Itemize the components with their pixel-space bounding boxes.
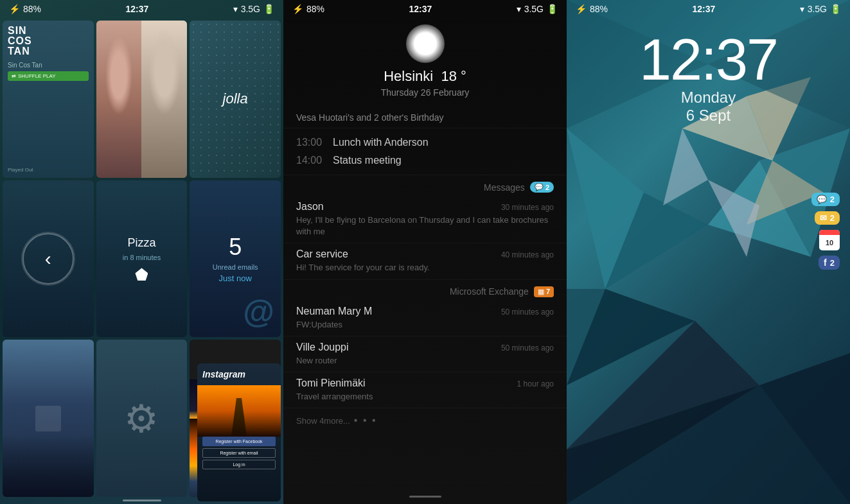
weather-icon	[406, 24, 445, 63]
pizza-tile[interactable]: Pizza in 8 minutes	[96, 180, 188, 338]
panel-notifications: ⚡ 88% 12:37 ▾ 3.5G 🔋 Helsinki 18 ° Thurs…	[283, 0, 567, 504]
message-item-jason[interactable]: Jason 30 minutes ago Hey, I'll be flying…	[283, 196, 567, 243]
lock-time-display: 12:37 Monday 6 Sept	[567, 18, 850, 125]
calendar-count-lock: 10	[819, 235, 840, 250]
battery-full-icon-panel2: 🔋	[547, 4, 558, 14]
facebook-count-lock: 2	[830, 258, 835, 268]
exchange-time-jouppi: 50 minutes ago	[501, 343, 554, 352]
battery-icon-panel1: ⚡	[9, 4, 20, 14]
signal-icon-panel2: ▾	[517, 4, 521, 14]
exchange-item-neuman[interactable]: Neuman Mary M 50 minutes ago FW:Updates	[283, 300, 567, 336]
messages-label: Messages	[484, 182, 525, 193]
lock-facebook-icon: f 2	[811, 256, 840, 270]
lock-day: Monday	[567, 89, 850, 107]
lock-clock: 12:37	[567, 31, 850, 89]
exchange-sender-jouppi: Ville Jouppi	[296, 342, 349, 353]
exchange-sender-pienimaki: Tomi Pienimäki	[296, 378, 366, 389]
battery-full-icon-panel1: 🔋	[263, 4, 274, 14]
exchange-label: Microsoft Exchange	[450, 286, 529, 297]
unread-label: Unread emails	[213, 263, 258, 271]
calendar-event-2[interactable]: 14:00 Status meeting	[296, 152, 554, 169]
jolla-tile[interactable]: jolla	[190, 21, 281, 178]
event-time-2: 14:00	[296, 155, 325, 166]
clock-face: ‹	[22, 233, 74, 284]
birthday-notification: Vesa Huotari's and 2 other's Birthday	[283, 107, 567, 128]
pizza-label: Pizza	[127, 236, 155, 250]
contacts-tile[interactable]	[96, 21, 188, 178]
instagram-register-facebook-button[interactable]: Register with Facebook	[202, 437, 276, 446]
exchange-time-pienimaki: 1 hour ago	[517, 379, 554, 388]
event-time-1: 13:00	[296, 137, 325, 148]
message-time-jason: 30 minutes ago	[501, 203, 554, 212]
time-panel3: 12:37	[692, 4, 715, 14]
exchange-badge: ▦ 7	[534, 286, 554, 297]
signal-level-panel3: 3.5G	[808, 4, 827, 14]
pizza-time: in 8 minutes	[123, 254, 161, 261]
exchange-section-header: Microsoft Exchange ▦ 7	[283, 280, 567, 300]
email-time: Just now	[219, 274, 252, 283]
lock-messages-icon: 💬 2	[811, 193, 840, 206]
shuffle-icon: ⇄	[12, 73, 16, 79]
weather-text: Helsinki 18 °	[384, 68, 466, 85]
gallery-tile[interactable]	[3, 340, 94, 497]
lock-calendar-icon: 10	[811, 230, 840, 250]
gear-icon: ⚙	[124, 396, 159, 441]
instagram-tile[interactable]: Instagram Register with Facebook Registe…	[197, 363, 281, 501]
battery-level-panel1: 88%	[23, 4, 41, 14]
message-time-carservice: 40 minutes ago	[501, 250, 554, 259]
show-more-row[interactable]: Show 4more... • • •	[283, 408, 567, 433]
event-name-1: Lunch with Anderson	[333, 137, 429, 148]
show-more-dots: • • •	[354, 415, 377, 426]
music-brand: SINCOSTAN	[8, 26, 32, 56]
calendar-event-1[interactable]: 13:00 Lunch with Anderson	[296, 134, 554, 152]
messages-badge: 💬 2	[530, 182, 554, 193]
time-panel2: 12:37	[409, 4, 432, 14]
lock-date: 6 Sept	[567, 107, 850, 125]
settings-tile[interactable]: ⚙	[96, 340, 188, 497]
message-item-carservice[interactable]: Car service 40 minutes ago Hi! The servi…	[283, 243, 567, 279]
email-count-lock: 2	[830, 213, 835, 223]
email-badge-lock: ✉ 2	[815, 211, 840, 225]
exchange-preview-neuman: FW:Updates	[296, 319, 554, 331]
exchange-sender-neuman: Neuman Mary M	[296, 306, 372, 317]
messages-count-lock: 2	[830, 195, 835, 204]
battery-level-panel3: 88%	[590, 4, 608, 14]
calendar-icon-lock: 10	[819, 230, 840, 250]
signal-level-panel1: 3.5G	[241, 4, 260, 14]
weather-date: Thursday 26 February	[381, 87, 470, 98]
exchange-item-pienimaki[interactable]: Tomi Pienimäki 1 hour ago Travel arrange…	[283, 372, 567, 408]
battery-level-panel2: 88%	[306, 4, 324, 14]
instagram-login-button[interactable]: Log in	[202, 460, 276, 469]
contact-photo-2	[141, 21, 187, 178]
email-icon-lock: ✉	[820, 213, 827, 223]
show-more-text: Show 4more...	[296, 416, 350, 426]
weather-city: Helsinki	[384, 68, 433, 84]
calendar-events: 13:00 Lunch with Anderson 14:00 Status m…	[283, 128, 567, 175]
shuffle-button[interactable]: ⇄ SHUFFLE PLAY	[8, 71, 89, 81]
instagram-label: Instagram	[202, 369, 245, 379]
music-tile[interactable]: SINCOSTAN Sin Cos Tan ⇄ SHUFFLE PLAY Pla…	[3, 21, 94, 178]
contact-photo-1	[96, 21, 142, 178]
unread-count: 5	[229, 234, 242, 261]
panel1-scroll-indicator	[123, 500, 161, 501]
instagram-register-email-button[interactable]: Register with email	[202, 448, 276, 458]
messages-badge-lock: 💬 2	[811, 193, 840, 206]
status-bar-panel3: ⚡ 88% 12:37 ▾ 3.5G 🔋	[567, 0, 850, 18]
panel-app-grid: ⚡ 88% 12:37 ▾ 3.5G 🔋 SINCOSTAN Sin Cos T…	[0, 0, 283, 504]
signal-level-panel2: 3.5G	[524, 4, 544, 14]
battery-full-icon-panel3: 🔋	[830, 4, 841, 14]
status-bar-panel1: ⚡ 88% 12:37 ▾ 3.5G 🔋	[0, 0, 283, 18]
clock-tile[interactable]: ‹	[3, 180, 94, 338]
svg-marker-13	[663, 128, 708, 205]
messages-section-header: Messages 💬 2	[283, 175, 567, 196]
panel-lock-screen: ⚡ 88% 12:37 ▾ 3.5G 🔋 12:37 Monday 6 Sept…	[567, 0, 850, 504]
exchange-count: 7	[546, 288, 550, 295]
email-unread-tile[interactable]: @ 5 Unread emails Just now	[190, 180, 281, 338]
lock-email-icon: ✉ 2	[811, 211, 840, 225]
exchange-item-jouppi[interactable]: Ville Jouppi 50 minutes ago New router	[283, 336, 567, 372]
exchange-time-neuman: 50 minutes ago	[501, 308, 554, 317]
time-panel1: 12:37	[125, 4, 148, 14]
music-title: Sin Cos Tan	[8, 62, 89, 69]
signal-icon-panel1: ▾	[233, 4, 238, 14]
music-progress: Played Out	[8, 167, 89, 173]
